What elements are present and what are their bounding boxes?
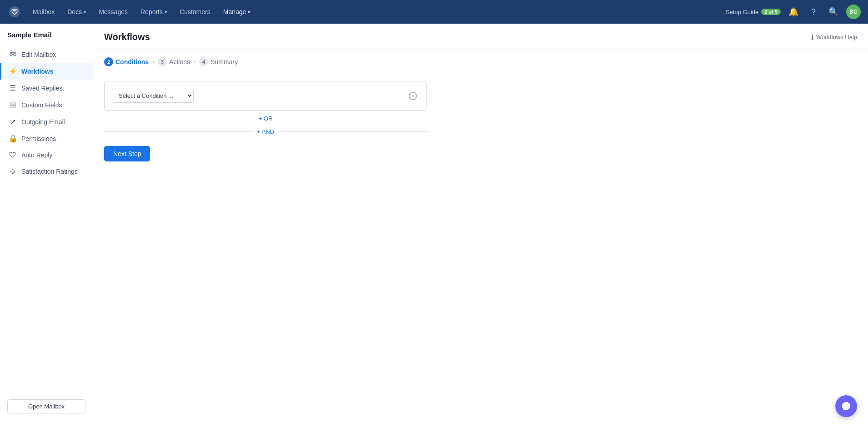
help-circle-icon: ℹ xyxy=(811,33,814,41)
and-button[interactable]: + AND xyxy=(257,128,274,135)
sidebar-item-permissions[interactable]: 🔒 Permissions xyxy=(0,130,93,147)
nav-reports[interactable]: Reports ▾ xyxy=(135,5,172,19)
main-content: Workflows ℹ Workflows Help 2 Conditions … xyxy=(93,24,868,428)
layout: Sample Email ✉ Edit Mailbox ⚡ Workflows … xyxy=(0,24,868,428)
breadcrumb-label-summary: Summary xyxy=(211,58,238,65)
logo[interactable] xyxy=(7,5,22,19)
page-title: Workflows xyxy=(104,32,150,42)
notifications-icon[interactable]: 🔔 xyxy=(786,5,801,19)
sidebar-item-custom-fields[interactable]: ⊞ Custom Fields xyxy=(0,96,93,113)
reports-chevron-icon: ▾ xyxy=(165,10,167,15)
custom-fields-icon: ⊞ xyxy=(9,101,17,109)
nav-customers[interactable]: Customers xyxy=(174,5,216,19)
breadcrumb-label-actions: Actions xyxy=(169,58,190,65)
workflow-content: Select a Condition ... + OR + AND xyxy=(93,74,868,169)
help-icon[interactable]: ? xyxy=(806,5,821,19)
nav-manage[interactable]: Manage ▾ xyxy=(218,5,256,19)
page-header: Workflows ℹ Workflows Help xyxy=(93,24,868,50)
nav-messages[interactable]: Messages xyxy=(93,5,133,19)
topnav-right: Setup Guide 2 of 5 🔔 ? 🔍 BC xyxy=(726,5,861,19)
sidebar-item-outgoing-email[interactable]: ↗ Outgoing Email xyxy=(0,113,93,130)
manage-chevron-icon: ▾ xyxy=(248,10,250,15)
sidebar-footer: Open Mailbox xyxy=(0,392,93,421)
workflows-icon: ⚡ xyxy=(9,67,17,76)
condition-left: Select a Condition ... xyxy=(112,89,406,103)
sidebar-item-workflows[interactable]: ⚡ Workflows xyxy=(0,63,93,80)
breadcrumb-num-2: 2 xyxy=(104,57,113,66)
sidebar-item-satisfaction-ratings[interactable]: ☺ Satisfaction Ratings xyxy=(0,163,93,180)
breadcrumb-actions[interactable]: 3 Actions xyxy=(158,57,190,66)
breadcrumb-label-conditions: Conditions xyxy=(115,58,149,65)
and-divider: + AND xyxy=(104,128,427,135)
sidebar-item-edit-mailbox[interactable]: ✉ Edit Mailbox xyxy=(0,46,93,63)
edit-mailbox-icon: ✉ xyxy=(9,50,17,59)
saved-replies-icon: ☰ xyxy=(9,84,17,92)
breadcrumb-num-3: 3 xyxy=(158,57,167,66)
open-mailbox-button[interactable]: Open Mailbox xyxy=(7,399,85,413)
and-line-left xyxy=(104,131,253,132)
breadcrumb-sep-1: › xyxy=(152,59,154,65)
auto-reply-icon: 🛡 xyxy=(9,151,17,159)
condition-block: Select a Condition ... xyxy=(104,81,427,111)
topnav: Mailbox Docs ▾ Messages Reports ▾ Custom… xyxy=(0,0,868,24)
breadcrumb-conditions[interactable]: 2 Conditions xyxy=(104,57,149,66)
or-button-container: + OR xyxy=(104,111,427,126)
nav-docs[interactable]: Docs ▾ xyxy=(62,5,91,19)
condition-remove-button[interactable] xyxy=(406,90,419,102)
docs-chevron-icon: ▾ xyxy=(84,10,86,15)
sidebar: Sample Email ✉ Edit Mailbox ⚡ Workflows … xyxy=(0,24,93,428)
workflows-help-link[interactable]: ℹ Workflows Help xyxy=(811,33,857,41)
search-icon[interactable]: 🔍 xyxy=(826,5,841,19)
sidebar-item-saved-replies[interactable]: ☰ Saved Replies xyxy=(0,80,93,96)
chat-widget-button[interactable] xyxy=(835,395,857,417)
outgoing-email-icon: ↗ xyxy=(9,117,17,126)
satisfaction-ratings-icon: ☺ xyxy=(9,167,17,176)
next-step-button[interactable]: Next Step xyxy=(104,146,150,161)
sidebar-title: Sample Email xyxy=(0,31,93,46)
or-button[interactable]: + OR xyxy=(259,115,273,122)
breadcrumb: 2 Conditions › 3 Actions › 4 Summary xyxy=(93,50,868,74)
condition-select[interactable]: Select a Condition ... xyxy=(112,89,194,103)
setup-badge: 2 of 5 xyxy=(761,9,781,15)
breadcrumb-sep-2: › xyxy=(194,59,196,65)
avatar[interactable]: BC xyxy=(846,5,861,19)
nav-mailbox[interactable]: Mailbox xyxy=(27,5,60,19)
setup-guide[interactable]: Setup Guide 2 of 5 xyxy=(726,9,781,15)
breadcrumb-num-4: 4 xyxy=(199,57,208,66)
permissions-icon: 🔒 xyxy=(9,134,17,143)
and-line-right xyxy=(278,131,427,132)
sidebar-item-auto-reply[interactable]: 🛡 Auto Reply xyxy=(0,147,93,163)
breadcrumb-summary[interactable]: 4 Summary xyxy=(199,57,238,66)
